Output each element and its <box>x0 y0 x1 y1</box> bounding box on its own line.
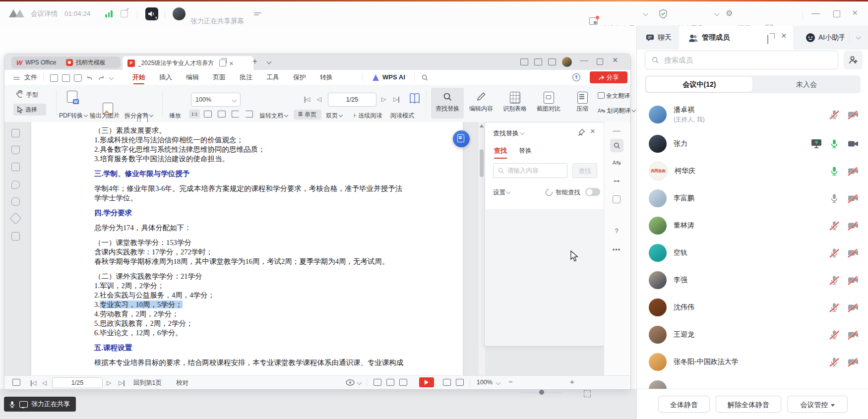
next-page-icon[interactable]: ▷ <box>381 96 386 103</box>
status-fullscreen-icon[interactable] <box>584 390 591 397</box>
cloud-upload-icon[interactable] <box>572 73 581 82</box>
status-last-page-icon[interactable]: ▷| <box>119 379 125 386</box>
actual-size-button[interactable]: 1:1 <box>189 110 200 119</box>
status-first-page-icon[interactable]: |◁ <box>30 379 37 386</box>
scroll-up-icon[interactable] <box>480 124 484 127</box>
cast-icon[interactable] <box>520 59 528 65</box>
help-icon[interactable]: ? <box>611 227 622 235</box>
pen-panel-icon[interactable] <box>9 212 21 224</box>
last-page-icon[interactable]: ▷| <box>393 96 400 103</box>
stacks-icon[interactable] <box>548 59 556 65</box>
smart-find-toggle[interactable] <box>585 188 600 196</box>
member-search-input[interactable] <box>663 56 824 64</box>
mic-icon[interactable] <box>829 193 839 203</box>
minimize-button[interactable]: — <box>811 8 820 18</box>
member-row-潘卓祺[interactable]: 潘卓祺(主持人, 我) <box>637 99 868 130</box>
tab-close-icon[interactable]: × <box>229 60 234 67</box>
find-panel-close-icon[interactable]: × <box>590 127 595 135</box>
wps-ai-menu[interactable]: WPS AI <box>382 70 405 85</box>
proofread-button[interactable]: 校对 <box>176 379 188 387</box>
chevron-down-icon[interactable] <box>496 380 501 385</box>
new-tab-button[interactable]: + <box>252 57 257 66</box>
audio-device-badge[interactable]: T <box>145 7 158 20</box>
tab-ai-assistant[interactable]: AI小助手 <box>818 33 844 42</box>
mic-mutedicon[interactable] <box>829 357 839 367</box>
translate-tool-icon[interactable]: A↹ <box>611 160 622 166</box>
share-button[interactable]: 分享 <box>590 71 627 83</box>
wps-document-tab[interactable]: P _2025级法学专业人才培养方 × <box>123 56 253 70</box>
apps-grid-icon[interactable] <box>534 59 542 65</box>
first-page-icon[interactable]: |◁ <box>304 96 310 103</box>
ribbon-tab-页面[interactable]: 页面 <box>213 70 226 85</box>
more-tools-icon[interactable]: ••• <box>611 246 622 253</box>
maximize-button[interactable] <box>833 10 840 17</box>
scrollbar-thumb[interactable] <box>480 149 484 177</box>
camera-off-icon[interactable] <box>848 357 858 367</box>
member-row-李强[interactable]: 李强 <box>637 266 868 294</box>
ribbon-tool-压缩[interactable]: 压缩 <box>566 88 599 119</box>
find-tab[interactable]: 查找 <box>494 146 507 155</box>
member-row-沈伟伟[interactable]: 沈伟伟 <box>637 294 868 321</box>
find-panel-title[interactable]: 查找替换 <box>493 129 524 138</box>
tab-chat[interactable]: 聊天 <box>658 33 672 42</box>
zoom-in-button[interactable]: + <box>570 377 574 386</box>
hamburger-icon[interactable] <box>13 75 20 81</box>
status-page-indicator[interactable]: 1/25 <box>52 377 103 388</box>
member-search-box[interactable] <box>645 51 838 69</box>
close-button[interactable]: × <box>852 8 858 18</box>
zoom-out-button[interactable]: − <box>508 377 513 386</box>
fit-width-icon[interactable] <box>204 111 212 118</box>
tab-preview-icon[interactable] <box>219 60 226 66</box>
chevron-down-icon[interactable] <box>357 380 362 385</box>
mute-all-button[interactable]: 全体静音 <box>658 396 710 413</box>
member-row-张力[interactable]: 张力 <box>637 130 868 157</box>
member-row-李富鹏[interactable]: 李富鹏 <box>637 184 868 212</box>
document-scrollbar[interactable] <box>478 122 485 375</box>
mic-mutedicon[interactable] <box>829 330 839 340</box>
more-tabs-chevron-icon[interactable] <box>856 35 861 40</box>
status-zoom-value[interactable]: 100% <box>477 379 493 386</box>
back-to-first-button[interactable]: 回到第1页 <box>133 379 162 387</box>
chevron-down-icon[interactable] <box>109 75 114 80</box>
camera-off-icon[interactable] <box>848 330 858 340</box>
ribbon-tab-插入[interactable]: 插入 <box>159 70 172 85</box>
camera-off-icon[interactable] <box>848 248 858 258</box>
search-tool-active[interactable] <box>610 139 623 152</box>
member-row-空轨[interactable]: 空轨 <box>637 239 868 266</box>
camera-off-icon[interactable] <box>848 275 858 285</box>
ribbon-tab-批注[interactable]: 批注 <box>240 70 252 85</box>
comment-icon[interactable] <box>11 180 20 189</box>
menu-search-icon[interactable] <box>421 74 429 81</box>
mic-mutedicon[interactable] <box>829 275 839 285</box>
zoom-slider[interactable] <box>520 392 562 393</box>
member-row-柯华庆[interactable]: 共同自由柯华庆 <box>637 157 868 184</box>
camera-off-icon[interactable] <box>848 166 858 176</box>
mic-mutedicon[interactable] <box>829 248 839 258</box>
prev-page-icon[interactable]: ◁ <box>317 96 321 103</box>
wps-restore-button[interactable] <box>597 59 603 65</box>
file-menu[interactable]: 文件 <box>24 70 37 85</box>
image-panel-icon[interactable] <box>11 163 20 171</box>
rotate-doc-button[interactable]: 旋转文档 <box>259 112 288 120</box>
tab-members-active[interactable]: 管理成员 × <box>679 26 793 50</box>
view-mode-icon[interactable] <box>346 379 355 386</box>
collapse-icon[interactable]: — <box>611 126 622 134</box>
popout-panel-icon[interactable] <box>767 35 768 44</box>
ribbon-tool-截图对比[interactable]: 截图对比 <box>532 88 565 119</box>
save-icon[interactable] <box>62 74 70 82</box>
select-tool[interactable]: 选择 <box>13 104 46 116</box>
continuous-read-button[interactable]: ⊦ 连续阅读 <box>354 112 382 120</box>
undo-icon[interactable] <box>86 74 93 81</box>
wps-account-avatar[interactable] <box>562 57 572 67</box>
rotate-right-icon[interactable] <box>246 111 253 118</box>
camera-off-icon[interactable] <box>848 110 858 120</box>
export-image-button[interactable]: 输出为图片 <box>90 112 120 120</box>
print-icon[interactable] <box>74 74 82 82</box>
autoplay-button[interactable] <box>419 377 434 387</box>
mic-mutedicon[interactable] <box>829 302 839 312</box>
hand-tool[interactable]: 手型 <box>26 91 38 99</box>
find-button[interactable]: 查找 <box>572 163 597 178</box>
layout-book-icon[interactable] <box>399 379 407 386</box>
split-merge-button[interactable]: 拆分合并 <box>124 112 153 120</box>
find-settings-button[interactable]: 设置 <box>493 188 510 197</box>
